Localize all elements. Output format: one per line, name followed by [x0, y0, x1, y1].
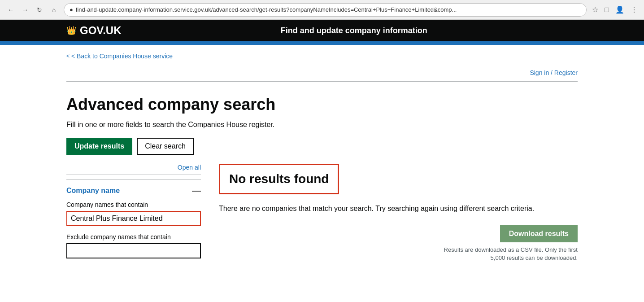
open-all-row: Open all	[66, 164, 201, 175]
back-link-text: < Back to Companies House service	[71, 53, 173, 60]
exclude-label: Exclude company names that contain	[66, 233, 201, 241]
back-link[interactable]: < < Back to Companies House service	[66, 53, 173, 60]
crown-icon: 👑	[66, 26, 76, 35]
back-chevron-icon: <	[66, 53, 70, 59]
buttons-row: Update results Clear search	[66, 138, 578, 155]
company-name-include-input[interactable]	[66, 211, 201, 226]
blue-banner	[0, 41, 644, 45]
sign-in-bar: Sign in / Register	[66, 66, 578, 82]
header-title: Find and update company information	[130, 26, 578, 35]
download-section: Download results Results are downloaded …	[219, 225, 578, 262]
govuk-logo[interactable]: 👑 GOV.UK	[66, 24, 121, 37]
address-bar[interactable]: ● find-and-update.company-information.se…	[64, 3, 587, 17]
clear-search-button[interactable]: Clear search	[137, 138, 194, 155]
url-text: find-and-update.company-information.serv…	[76, 6, 581, 13]
logo-text: GOV.UK	[80, 24, 121, 37]
browser-chrome: ← → ↻ ⌂ ● find-and-update.company-inform…	[0, 0, 644, 20]
sidebar: Open all Company name — Company names th…	[66, 164, 201, 270]
extensions-button[interactable]: □	[603, 4, 611, 15]
home-button[interactable]: ⌂	[48, 4, 60, 16]
accordion-toggle-icon: —	[192, 185, 201, 196]
back-button[interactable]: ←	[4, 4, 17, 16]
bookmark-button[interactable]: ☆	[590, 4, 600, 15]
description-text: Fill in one or more fields to search the…	[66, 121, 274, 128]
sign-in-link[interactable]: Sign in / Register	[530, 69, 578, 76]
reload-button[interactable]: ↻	[33, 4, 46, 16]
accordion-title: Company name	[66, 187, 120, 195]
open-all-link[interactable]: Open all	[178, 164, 201, 171]
govuk-header: 👑 GOV.UK Find and update company informa…	[0, 20, 644, 41]
main-layout: Open all Company name — Company names th…	[66, 164, 578, 270]
accordion-content: Company names that contain Exclude compa…	[66, 201, 201, 270]
company-name-exclude-input[interactable]	[66, 243, 201, 258]
profile-button[interactable]: 👤	[614, 4, 626, 15]
results-area: No results found There are no companies …	[219, 164, 578, 262]
no-results-box: No results found	[219, 164, 339, 194]
page-description: Fill in one or more fields to search the…	[66, 121, 578, 129]
browser-actions: ☆ □ 👤 ⋮	[590, 4, 640, 15]
forward-button[interactable]: →	[19, 4, 31, 16]
include-label: Company names that contain	[66, 201, 201, 208]
accordion-header[interactable]: Company name —	[66, 180, 201, 201]
no-results-title: No results found	[229, 172, 329, 186]
menu-button[interactable]: ⋮	[629, 4, 640, 15]
security-icon: ●	[70, 6, 73, 13]
no-results-description: There are no companies that match your s…	[219, 203, 578, 214]
download-note: Results are downloaded as a CSV file. On…	[434, 246, 578, 262]
accordion-company-name: Company name — Company names that contai…	[66, 179, 201, 270]
download-results-button[interactable]: Download results	[500, 225, 578, 242]
browser-nav-buttons: ← → ↻ ⌂	[4, 4, 60, 16]
back-link-container: < < Back to Companies House service	[66, 45, 578, 66]
update-results-button[interactable]: Update results	[66, 138, 132, 155]
page-title: Advanced company search	[66, 95, 578, 114]
